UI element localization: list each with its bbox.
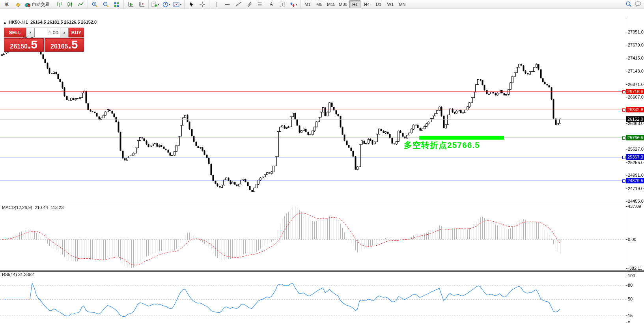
turning-point-annotation[interactable]: 多空转折点25766.5: [404, 140, 480, 151]
rsi-axis-label: 15: [628, 313, 633, 318]
level-price-tag: 25367.3: [626, 154, 644, 160]
arrows-dropdown-caret[interactable]: ▾: [295, 3, 297, 6]
horizontal-level-line-26716.8[interactable]: [0, 91, 626, 92]
sell-price-button[interactable]: 26150.5: [4, 38, 44, 52]
chat-icon[interactable]: [635, 1, 642, 7]
indicators-dropdown-caret[interactable]: ▾: [158, 3, 159, 6]
macd-label: MACD(12,26,9) -210.44 -113.23: [2, 205, 63, 210]
line-chart-button[interactable]: [75, 0, 86, 9]
horizontal-level-line-26342.8[interactable]: [0, 110, 626, 110]
text-button[interactable]: A: [266, 0, 277, 9]
tf-button-D1[interactable]: D1: [373, 0, 384, 8]
tf-button-W1[interactable]: W1: [385, 0, 396, 8]
equidistant-channel-button[interactable]: [244, 0, 255, 9]
price-axis-label: 27415.0: [628, 56, 644, 60]
horizontal-level-line-25367.3[interactable]: [0, 157, 626, 157]
volume-down-button[interactable]: ▼: [26, 28, 35, 37]
zoom-in-button[interactable]: [89, 0, 100, 9]
trendline-button[interactable]: [233, 0, 244, 9]
buy-price-button[interactable]: 26165.5: [45, 38, 84, 52]
level-price-tag: 26342.8: [626, 107, 644, 112]
trendline-icon: [235, 2, 241, 7]
text-label-button[interactable]: T: [277, 0, 288, 9]
zoom-in-icon: [92, 2, 98, 7]
sell-button[interactable]: SELL: [4, 28, 26, 37]
tf-button-M15[interactable]: M15: [326, 0, 337, 8]
fibonacci-button[interactable]: [255, 0, 266, 9]
svg-text:T: T: [281, 2, 284, 7]
rsi-label: RSI(14) 31.3382: [2, 272, 34, 277]
toolbar-group-cursor: [184, 0, 209, 9]
vertical-line-icon: [214, 2, 218, 7]
price-axis-label: 27143.0: [628, 69, 644, 73]
indicators-button[interactable]: ▾: [150, 0, 161, 9]
tf-button-M30[interactable]: M30: [338, 0, 349, 8]
line-drag-handle[interactable]: [622, 90, 625, 93]
orders-button-label: 单: [5, 2, 9, 7]
line-drag-handle[interactable]: [622, 156, 625, 159]
sell-price-frac: .5: [28, 39, 37, 50]
macd-axis-label: 0.00: [628, 237, 636, 242]
search-icon[interactable]: [626, 1, 632, 8]
tile-windows-icon: [114, 2, 119, 7]
level-price-tag: 24879.5: [626, 178, 644, 183]
periods-dropdown-caret[interactable]: ▾: [169, 3, 170, 6]
autotrading-icon: [24, 2, 31, 7]
turning-point-highlight-bar[interactable]: [419, 136, 504, 140]
price-axis-label: 27951.0: [628, 30, 644, 34]
tf-button-M5[interactable]: M5: [314, 0, 325, 8]
line-drag-handle[interactable]: [622, 179, 625, 183]
macd-pane-splitter[interactable]: [0, 203, 644, 204]
orders-button[interactable]: 单: [1, 0, 12, 9]
horizontal-line-icon: [224, 2, 230, 6]
candlestick-chart-button[interactable]: [64, 0, 75, 9]
bar-chart-button[interactable]: [53, 0, 64, 9]
volume-up-button[interactable]: ▲: [60, 28, 69, 37]
text-label-icon: T: [280, 2, 285, 7]
crosshair-icon: [200, 2, 205, 7]
horizontal-line-button[interactable]: [222, 0, 233, 9]
chart-shift-button[interactable]: [136, 0, 147, 9]
arrows-button[interactable]: ▾: [288, 0, 299, 9]
trading-terminal-window: 单 自动交易: [0, 0, 644, 323]
buy-button[interactable]: BUY: [69, 28, 84, 37]
panel-collapse-icon[interactable]: ▲: [3, 21, 7, 24]
horizontal-level-line-26152.0[interactable]: [0, 119, 626, 119]
fibonacci-icon: [258, 2, 263, 7]
arrows-icon: [289, 2, 295, 7]
volume-input[interactable]: [35, 28, 60, 37]
line-drag-handle[interactable]: [622, 108, 625, 112]
auto-scroll-button[interactable]: [125, 0, 136, 9]
zoom-out-button[interactable]: [100, 0, 111, 9]
cursor-icon: [189, 2, 194, 7]
crosshair-button[interactable]: [197, 0, 208, 9]
tf-button-H1[interactable]: H1: [349, 0, 360, 8]
rsi-pane-splitter[interactable]: [0, 270, 644, 272]
line-drag-handle[interactable]: [622, 136, 625, 140]
indicators-icon: [151, 2, 157, 7]
tf-button-MN[interactable]: MN: [397, 0, 408, 8]
chart-canvas[interactable]: [0, 18, 644, 323]
templates-dropdown-caret[interactable]: ▾: [180, 3, 181, 6]
horizontal-level-line-24879.5[interactable]: [0, 181, 626, 181]
new-order-button[interactable]: [12, 0, 23, 9]
tf-button-H4[interactable]: H4: [361, 0, 372, 8]
macd-axis-label: 437.09: [628, 204, 641, 209]
periods-button[interactable]: ▾: [161, 0, 172, 9]
chart-region: ▲HK50-,H1 26164.5 26181.5 26126.5 26152.…: [0, 9, 644, 323]
buy-price-main: 26165: [50, 43, 68, 50]
rsi-axis-label: 80: [628, 283, 633, 288]
autotrading-button[interactable]: 自动交易: [23, 0, 50, 9]
auto-scroll-icon: [128, 2, 134, 7]
templates-button[interactable]: ▾: [172, 0, 183, 9]
horizontal-level-line-25766.5[interactable]: [0, 138, 626, 138]
cursor-button[interactable]: [186, 0, 197, 9]
toolbar-group-trade: 单 自动交易: [0, 0, 52, 9]
toolbar-right: [626, 0, 642, 9]
tf-button-M1[interactable]: M1: [302, 0, 313, 8]
line-chart-icon: [78, 2, 84, 7]
rsi-axis-label: 50: [628, 297, 633, 301]
price-axis-label: 25527.0: [628, 147, 644, 151]
tile-windows-button[interactable]: [111, 0, 122, 9]
vertical-line-button[interactable]: [211, 0, 222, 9]
